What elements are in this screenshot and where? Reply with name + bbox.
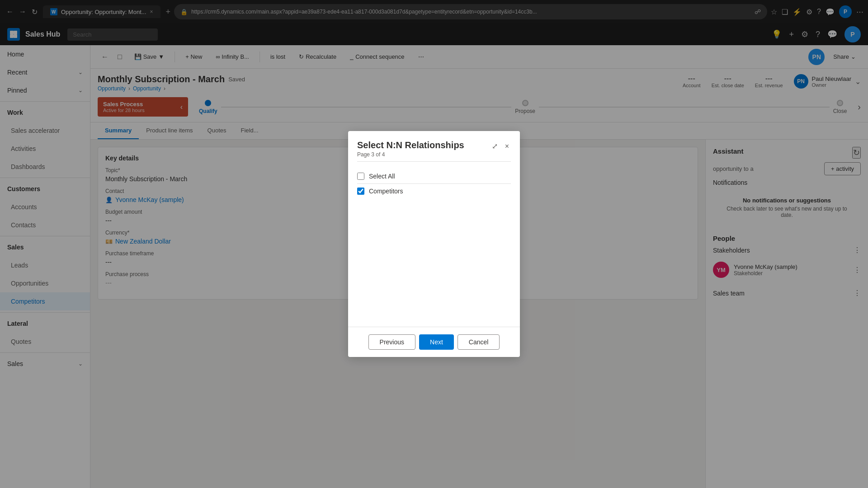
modal-page-info: Page 3 of 4	[357, 151, 464, 158]
next-button[interactable]: Next	[419, 334, 454, 350]
modal-overlay[interactable]: Select N:N Relationships Page 3 of 4 ⤢ ×…	[0, 0, 868, 488]
select-all-checkbox[interactable]	[357, 173, 364, 180]
modal-header-actions: ⤢ ×	[490, 140, 511, 152]
competitors-item[interactable]: Competitors	[357, 184, 511, 198]
cancel-button[interactable]: Cancel	[458, 334, 500, 350]
competitors-label[interactable]: Competitors	[369, 188, 403, 195]
modal-expand-button[interactable]: ⤢	[490, 140, 500, 152]
select-all-label[interactable]: Select All	[369, 173, 395, 180]
modal-title-block: Select N:N Relationships Page 3 of 4	[357, 140, 464, 158]
modal-header: Select N:N Relationships Page 3 of 4 ⤢ ×	[348, 131, 520, 161]
modal-close-button[interactable]: ×	[503, 140, 511, 152]
modal-body: Select All Competitors	[348, 162, 520, 327]
previous-button[interactable]: Previous	[368, 334, 415, 350]
competitors-checkbox[interactable]	[357, 188, 364, 195]
select-all-item[interactable]: Select All	[357, 169, 511, 183]
modal-footer: Previous Next Cancel	[348, 327, 520, 357]
modal-dialog: Select N:N Relationships Page 3 of 4 ⤢ ×…	[348, 131, 520, 357]
modal-title: Select N:N Relationships	[357, 140, 464, 150]
